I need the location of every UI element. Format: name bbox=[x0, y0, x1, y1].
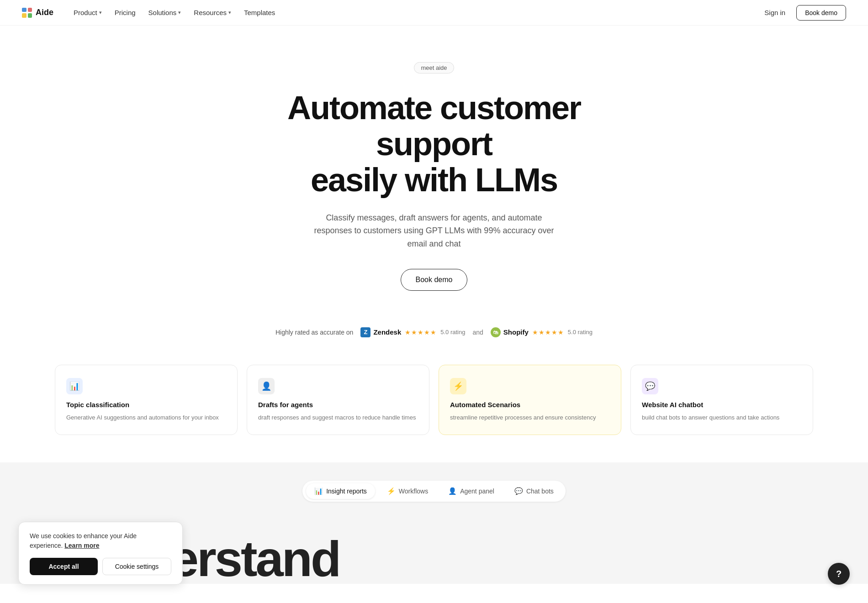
feature-title-3: Automated Scenarios bbox=[450, 401, 610, 409]
cookie-buttons: Accept all Cookie settings bbox=[30, 558, 171, 575]
feature-title-4: Website AI chatbot bbox=[642, 401, 802, 409]
and-separator: and bbox=[472, 329, 483, 336]
logo-icon bbox=[22, 8, 32, 18]
ratings-bar: Highly rated as accurate on Z Zendesk ★★… bbox=[0, 318, 868, 356]
shopify-icon: 🛍 bbox=[491, 327, 501, 337]
book-demo-nav-button[interactable]: Book demo bbox=[796, 5, 846, 21]
feature-drafts-agents: 👤 Drafts for agents draft responses and … bbox=[247, 365, 429, 435]
zendesk-logo: Z Zendesk bbox=[360, 327, 401, 337]
ratings-prefix: Highly rated as accurate on bbox=[275, 329, 353, 336]
tab-insight-label: Insight reports bbox=[326, 488, 367, 495]
topic-classification-icon: 📊 bbox=[66, 378, 83, 394]
zendesk-stars: ★★★★★ bbox=[405, 329, 437, 336]
tab-workflows[interactable]: ⚡ Workflows bbox=[379, 483, 436, 499]
tab-workflows-label: Workflows bbox=[399, 488, 428, 495]
zendesk-icon: Z bbox=[360, 327, 370, 337]
cookie-learn-more-link[interactable]: Learn more bbox=[64, 542, 99, 549]
chevron-down-icon: ▾ bbox=[99, 10, 102, 16]
nav-left: Aide Product ▾ Pricing Solutions ▾ Resou… bbox=[22, 6, 281, 19]
zendesk-score: 5.0 rating bbox=[440, 329, 465, 336]
shopify-rating: 🛍 Shopify ★★★★★ 5.0 rating bbox=[491, 327, 593, 337]
logo-dot-3 bbox=[22, 13, 26, 18]
tab-chat-bots[interactable]: 💬 Chat bots bbox=[506, 483, 562, 499]
feature-chatbot: 💬 Website AI chatbot build chat bots to … bbox=[630, 365, 813, 435]
features-grid: 📊 Topic classification Generative AI sug… bbox=[0, 356, 868, 463]
tabs-bar: 📊 Insight reports ⚡ Workflows 👤 Agent pa… bbox=[302, 481, 566, 502]
shopify-score: 5.0 rating bbox=[568, 329, 593, 336]
help-button[interactable]: ? bbox=[828, 563, 850, 585]
nav-templates[interactable]: Templates bbox=[238, 6, 281, 19]
book-demo-hero-button[interactable]: Book demo bbox=[401, 269, 468, 291]
shopify-stars: ★★★★★ bbox=[532, 329, 564, 336]
sign-in-link[interactable]: Sign in bbox=[759, 6, 791, 19]
automated-icon: ⚡ bbox=[450, 378, 466, 394]
cookie-text: We use cookies to enhance your Aide expe… bbox=[30, 531, 171, 551]
drafts-icon: 👤 bbox=[258, 378, 275, 394]
hero-title: Automate customer support easily with LL… bbox=[228, 90, 640, 199]
chevron-down-icon: ▾ bbox=[228, 10, 231, 16]
tab-insight-reports[interactable]: 📊 Insight reports bbox=[306, 483, 375, 499]
accept-all-button[interactable]: Accept all bbox=[30, 558, 98, 575]
feature-desc-3: streamline repetitive processes and ensu… bbox=[450, 413, 610, 422]
insight-reports-icon: 📊 bbox=[314, 487, 323, 495]
workflows-icon: ⚡ bbox=[387, 487, 396, 495]
tab-chat-label: Chat bots bbox=[526, 488, 554, 495]
shopify-logo: 🛍 Shopify bbox=[491, 327, 529, 337]
nav-links: Product ▾ Pricing Solutions ▾ Resources … bbox=[68, 6, 281, 19]
logo-dot-4 bbox=[28, 13, 32, 18]
logo[interactable]: Aide bbox=[22, 8, 53, 18]
nav-solutions[interactable]: Solutions ▾ bbox=[143, 6, 187, 19]
feature-title-1: Topic classification bbox=[66, 401, 226, 409]
logo-dot-1 bbox=[22, 8, 26, 12]
feature-desc-4: build chat bots to answer questions and … bbox=[642, 413, 802, 422]
hero-badge: meet aide bbox=[414, 62, 454, 73]
hero-subtitle: Classify messages, draft answers for age… bbox=[306, 211, 562, 251]
nav-product[interactable]: Product ▾ bbox=[68, 6, 107, 19]
nav-right: Sign in Book demo bbox=[759, 5, 846, 21]
nav-pricing[interactable]: Pricing bbox=[109, 6, 141, 19]
cookie-banner: We use cookies to enhance your Aide expe… bbox=[18, 522, 183, 585]
tab-agent-panel[interactable]: 👤 Agent panel bbox=[440, 483, 503, 499]
agent-panel-icon: 👤 bbox=[448, 487, 457, 495]
hero-section: meet aide Automate customer support easi… bbox=[0, 26, 868, 318]
logo-dot-2 bbox=[28, 8, 32, 12]
navbar: Aide Product ▾ Pricing Solutions ▾ Resou… bbox=[0, 0, 868, 26]
zendesk-rating: Z Zendesk ★★★★★ 5.0 rating bbox=[360, 327, 465, 337]
chevron-down-icon: ▾ bbox=[178, 10, 181, 16]
chat-bots-icon: 💬 bbox=[514, 487, 523, 495]
feature-title-2: Drafts for agents bbox=[258, 401, 418, 409]
chatbot-icon: 💬 bbox=[642, 378, 658, 394]
feature-automated-scenarios: ⚡ Automated Scenarios streamline repetit… bbox=[439, 365, 621, 435]
tab-agent-label: Agent panel bbox=[460, 488, 494, 495]
brand-name: Aide bbox=[36, 8, 53, 17]
feature-desc-2: draft responses and suggest macros to re… bbox=[258, 413, 418, 422]
feature-topic-classification: 📊 Topic classification Generative AI sug… bbox=[55, 365, 238, 435]
nav-resources[interactable]: Resources ▾ bbox=[188, 6, 237, 19]
tabs-section: 📊 Insight reports ⚡ Workflows 👤 Agent pa… bbox=[0, 462, 868, 511]
cookie-settings-button[interactable]: Cookie settings bbox=[102, 558, 171, 575]
feature-desc-1: Generative AI suggestions and automation… bbox=[66, 413, 226, 422]
